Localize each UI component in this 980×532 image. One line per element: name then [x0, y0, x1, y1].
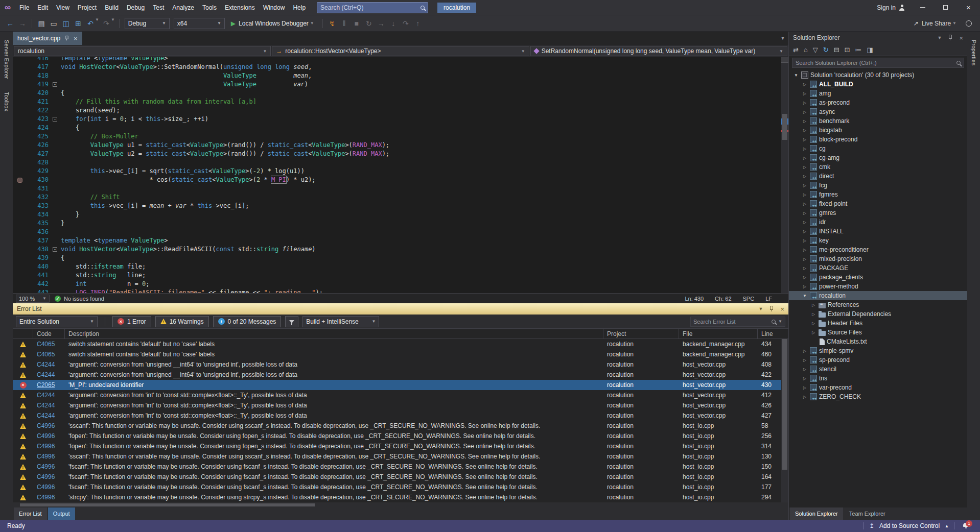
- error-code-link[interactable]: C4996: [33, 473, 65, 480]
- error-row[interactable]: C4996'fscanf': This function or variable…: [13, 472, 781, 482]
- code-line[interactable]: 435}: [13, 219, 788, 228]
- document-health-indicator[interactable]: ✓ No issues found: [55, 296, 104, 302]
- tree-expander-icon[interactable]: ▷: [802, 248, 808, 252]
- breakpoint-margin[interactable]: [13, 288, 28, 293]
- tab-error-list[interactable]: Error List: [14, 507, 47, 520]
- breakpoint-margin[interactable]: [13, 262, 28, 271]
- document-tab-host-vector[interactable]: host_vector.cpp ×: [13, 32, 82, 45]
- fold-margin[interactable]: [49, 193, 61, 202]
- code-line[interactable]: 424 {: [13, 124, 788, 132]
- tree-expander-icon[interactable]: ▷: [802, 202, 808, 206]
- breakpoint-margin[interactable]: [13, 280, 28, 288]
- chevron-down-icon[interactable]: ▼: [95, 17, 99, 30]
- tree-expander-icon[interactable]: ▷: [810, 312, 816, 317]
- error-code-link[interactable]: C4996: [33, 422, 65, 429]
- menu-debug[interactable]: Debug: [123, 0, 149, 15]
- code-line[interactable]: 433 this->vec_[i] = mean + var * this->v…: [13, 202, 788, 210]
- menu-file[interactable]: File: [15, 0, 33, 15]
- member-dropdown[interactable]: SetRandomNormal(unsigned long long seed,…: [530, 46, 787, 56]
- code-line[interactable]: 428: [13, 158, 788, 167]
- tree-expander-icon[interactable]: ▷: [802, 101, 808, 105]
- code-line[interactable]: 434 }: [13, 210, 788, 219]
- error-code-link[interactable]: C4996: [33, 483, 65, 491]
- minimize-button[interactable]: [911, 0, 934, 15]
- pin-icon[interactable]: [769, 306, 774, 312]
- breakpoint-margin[interactable]: [13, 254, 28, 262]
- fold-collapse-icon[interactable]: -: [53, 117, 57, 122]
- code-line[interactable]: 440 std::ifstream file;: [13, 262, 788, 271]
- tree-item-solution-rocalution-30-of-30-projects-[interactable]: ▼Solution 'rocalution' (30 of 30 project…: [789, 70, 967, 80]
- back-icon[interactable]: ←: [4, 17, 16, 30]
- fold-margin[interactable]: [49, 288, 61, 293]
- indent-indicator[interactable]: SPC: [743, 296, 755, 302]
- tree-expander-icon[interactable]: ▷: [802, 128, 808, 133]
- breakpoint-margin[interactable]: [13, 132, 28, 141]
- code-line[interactable]: 441 std::string line;: [13, 271, 788, 280]
- breakpoint-margin[interactable]: [13, 245, 28, 254]
- error-search-input[interactable]: [693, 319, 769, 325]
- errors-filter-button[interactable]: × 1 Error: [112, 316, 151, 327]
- code-line[interactable]: 422 srand(seed);: [13, 106, 788, 115]
- breakpoint-margin[interactable]: [13, 184, 28, 193]
- project-column-header[interactable]: Project: [603, 329, 679, 338]
- code-editor[interactable]: 416template <typename ValueType>417void …: [13, 57, 788, 293]
- show-next-statement-icon[interactable]: →: [375, 17, 387, 30]
- stop-icon[interactable]: ■: [351, 17, 363, 30]
- tree-expander-icon[interactable]: ▷: [802, 358, 808, 362]
- menu-extensions[interactable]: Extensions: [221, 0, 259, 15]
- tree-item-var-precond[interactable]: ▷var-precond: [789, 383, 967, 392]
- code-line[interactable]: 417void HostVector<ValueType>::SetRandom…: [13, 63, 788, 71]
- code-line[interactable]: 420{: [13, 89, 788, 98]
- break-all-icon[interactable]: ‖: [338, 17, 351, 30]
- tree-item-stencil[interactable]: ▷stencil: [789, 365, 967, 374]
- tree-expander-icon[interactable]: ▷: [802, 192, 808, 197]
- zoom-dropdown[interactable]: 100 % ▼: [16, 295, 50, 303]
- fold-margin[interactable]: [49, 280, 61, 288]
- breakpoint-margin[interactable]: [13, 202, 28, 210]
- code-line[interactable]: 432 // Shift: [13, 193, 788, 202]
- tree-item-tns[interactable]: ▷tns: [789, 374, 967, 383]
- fold-margin[interactable]: [49, 176, 61, 184]
- tree-expander-icon[interactable]: ▷: [810, 303, 816, 307]
- fold-margin[interactable]: [49, 89, 61, 98]
- start-debugging-button[interactable]: ▶ Local Windows Debugger ▼: [227, 17, 319, 30]
- tree-expander-icon[interactable]: ▷: [802, 147, 808, 151]
- code-line[interactable]: 423- for(int i = 0; i < this->size_; ++i…: [13, 115, 788, 124]
- solution-configuration-dropdown[interactable]: Debug ▼: [125, 18, 170, 29]
- error-code-link[interactable]: C4244: [33, 371, 65, 378]
- error-row[interactable]: C4244'argument': conversion from 'unsign…: [13, 359, 781, 370]
- code-line[interactable]: 437template <typename ValueType>: [13, 236, 788, 245]
- error-row[interactable]: C4996'fopen': This function or variable …: [13, 431, 781, 441]
- fold-margin[interactable]: [49, 228, 61, 236]
- home-icon[interactable]: ⌂: [804, 46, 808, 54]
- breakpoint-margin[interactable]: [13, 141, 28, 150]
- tree-item-fixed-point[interactable]: ▷fixed-point: [789, 199, 967, 208]
- fold-margin[interactable]: [49, 184, 61, 193]
- error-code-link[interactable]: C4244: [33, 412, 65, 419]
- tree-item-cmk[interactable]: ▷cmk: [789, 162, 967, 172]
- breakpoint-margin[interactable]: [13, 193, 28, 202]
- error-row[interactable]: C4244'argument': conversion from 'unsign…: [13, 370, 781, 380]
- error-row[interactable]: C4065switch statement contains 'default'…: [13, 349, 781, 359]
- sidebar-tab-properties[interactable]: Properties: [970, 37, 978, 68]
- error-row[interactable]: C4065switch statement contains 'default'…: [13, 339, 781, 349]
- line-column-header[interactable]: Line: [758, 329, 788, 338]
- tree-expander-icon[interactable]: ▷: [810, 321, 816, 326]
- fold-margin[interactable]: [49, 132, 61, 141]
- source-dropdown[interactable]: Build + IntelliSense ▼: [302, 316, 379, 327]
- code-line[interactable]: 425 // Box-Muller: [13, 132, 788, 141]
- breakpoint-margin[interactable]: [13, 106, 28, 115]
- tree-expander-icon[interactable]: ▷: [802, 211, 808, 215]
- code-line[interactable]: 431: [13, 184, 788, 193]
- fold-margin[interactable]: [49, 150, 61, 158]
- tree-item-header-files[interactable]: ▷Header Files: [789, 319, 967, 328]
- tree-expander-icon[interactable]: ▷: [802, 367, 808, 372]
- scrollbar-thumb[interactable]: [782, 339, 787, 470]
- tree-item-power-method[interactable]: ▷power-method: [789, 282, 967, 291]
- error-row[interactable]: ×C2065'M_PI': undeclared identifierrocal…: [13, 380, 781, 390]
- fold-margin[interactable]: -: [49, 80, 61, 89]
- fold-margin[interactable]: [49, 124, 61, 132]
- tree-item-zero-check[interactable]: ▷ZERO_CHECK: [789, 392, 967, 401]
- save-all-icon[interactable]: ⊞: [72, 17, 84, 30]
- error-code-link[interactable]: C4244: [33, 361, 65, 368]
